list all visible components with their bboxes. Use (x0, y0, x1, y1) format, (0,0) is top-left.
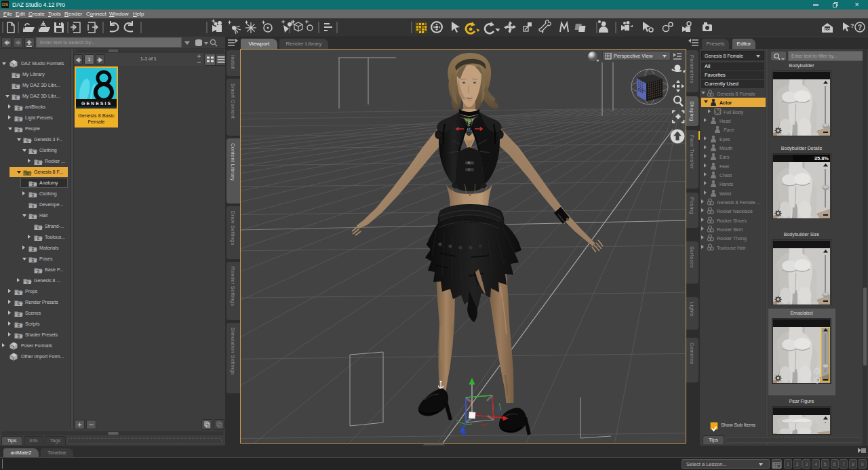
svg-text:S: S (18, 128, 20, 132)
svg-text:S: S (15, 96, 18, 100)
svg-text:S: S (32, 150, 35, 154)
svg-text:S: S (18, 302, 20, 306)
svg-text:S: S (18, 313, 20, 317)
svg-text:S: S (32, 204, 35, 208)
svg-text:S: S (26, 172, 29, 176)
svg-text:S: S (18, 291, 20, 295)
svg-text:S: S (18, 334, 20, 338)
svg-text:S: S (37, 237, 40, 241)
svg-text:S: S (15, 85, 18, 89)
svg-text:S: S (18, 324, 20, 328)
svg-text:S: S (32, 248, 35, 252)
svg-text:S: S (15, 74, 18, 78)
svg-text:S: S (32, 193, 35, 197)
svg-text:S: S (32, 182, 35, 187)
svg-text:S: S (26, 280, 29, 284)
svg-text:?: ? (858, 24, 862, 31)
svg-text:S: S (37, 226, 40, 230)
svg-text:DS: DS (825, 27, 831, 31)
svg-text:GENESIS: GENESIS (81, 101, 112, 106)
svg-text:S: S (18, 106, 20, 111)
svg-text:S: S (37, 161, 40, 165)
svg-text:S: S (37, 269, 40, 273)
svg-text:S: S (18, 117, 20, 121)
svg-text:?: ? (850, 22, 854, 29)
svg-text:S: S (32, 258, 35, 262)
svg-text:S: S (32, 215, 35, 219)
svg-text:S: S (26, 139, 29, 143)
